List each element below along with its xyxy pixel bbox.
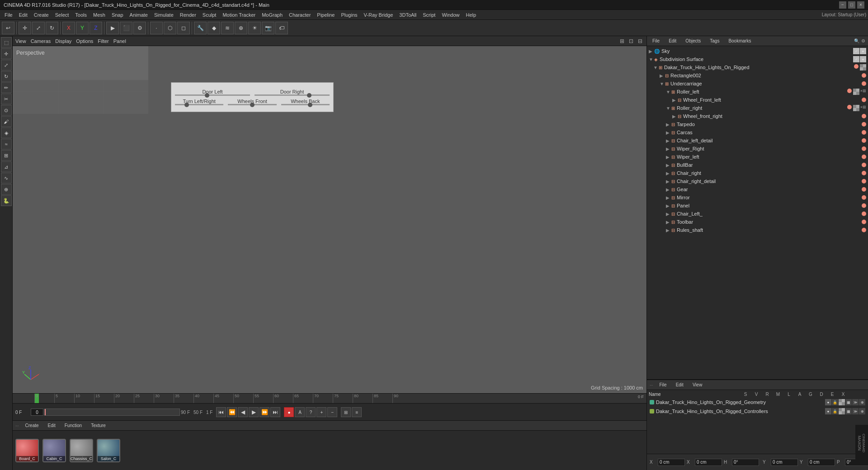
- wheels-front-slider[interactable]: [228, 104, 276, 105]
- obj-bullbar[interactable]: ▶ ⊟ BullBar: [647, 161, 868, 169]
- geo-vis-icon[interactable]: ●: [825, 399, 831, 405]
- sky-vis[interactable]: ✓: [853, 48, 859, 54]
- subdiv-vis[interactable]: ✓: [853, 56, 859, 62]
- material-salon[interactable]: Salon_C: [97, 439, 120, 462]
- obj-bookmarks-menu[interactable]: Bookmarks: [726, 38, 754, 44]
- menu-edit[interactable]: Edit: [16, 11, 30, 19]
- maximize-button[interactable]: □: [848, 1, 855, 9]
- y-axis-button[interactable]: Y: [76, 22, 89, 34]
- vp-display-menu[interactable]: Display: [55, 38, 71, 44]
- polygons-button[interactable]: ◻: [177, 22, 190, 34]
- material-cabin[interactable]: Cabin_C: [42, 439, 66, 462]
- camera-button[interactable]: 📷: [262, 22, 274, 34]
- vp-icon-2[interactable]: ⊡: [627, 38, 635, 45]
- vp-cameras-menu[interactable]: Cameras: [31, 38, 51, 44]
- sky-render[interactable]: ●: [860, 48, 866, 54]
- close-button[interactable]: ×: [857, 1, 864, 9]
- menu-mograph[interactable]: MoGraph: [259, 11, 285, 19]
- menu-3dtoall[interactable]: 3DToAll: [396, 11, 419, 19]
- mat-edit-menu[interactable]: Edit: [45, 422, 58, 429]
- deform-tool[interactable]: ⊿: [1, 161, 12, 172]
- mat-function-menu[interactable]: Function: [62, 422, 85, 429]
- ctrl-lock-icon[interactable]: 🔒: [832, 408, 838, 414]
- menu-motiontracker[interactable]: Motion Tracker: [220, 11, 258, 19]
- help-key-button[interactable]: ?: [306, 407, 316, 417]
- material-tool[interactable]: ◈: [1, 127, 12, 138]
- turn-slider[interactable]: [175, 104, 223, 105]
- x-size-input[interactable]: [695, 459, 722, 466]
- y-pos-input[interactable]: [771, 459, 798, 466]
- minimize-button[interactable]: −: [839, 1, 846, 9]
- vp-icon-1[interactable]: ⊞: [618, 38, 626, 45]
- geo-icon-5[interactable]: ⊕: [859, 399, 865, 405]
- obj-dakar-truck[interactable]: ▼ ⊞ Dakar_Truck_Hino_Lights_On_Rigged: [647, 63, 868, 71]
- auto-key-button[interactable]: A: [295, 407, 305, 417]
- z-axis-button[interactable]: Z: [90, 22, 102, 34]
- play-reverse-button[interactable]: ◀: [238, 407, 248, 417]
- obj-carcas[interactable]: ▶ ⊟ Carcas: [647, 128, 868, 136]
- paint-tool[interactable]: 🖌: [1, 116, 12, 127]
- subdiv-render[interactable]: ●: [860, 56, 866, 62]
- mat-texture-menu[interactable]: Texture: [88, 422, 108, 429]
- play-button[interactable]: ▶: [249, 407, 259, 417]
- attr-view-menu[interactable]: View: [690, 381, 705, 388]
- vp-panel-menu[interactable]: Panel: [113, 38, 126, 44]
- h-rot-input[interactable]: [732, 459, 759, 466]
- material-chassis[interactable]: Chassiss_C: [70, 439, 93, 462]
- obj-roller-left[interactable]: ▼ ⊞ Roller_left ×⊞: [647, 88, 868, 96]
- ctrl-icon-5[interactable]: ⊕: [859, 408, 865, 414]
- next-frame-button[interactable]: ⏩: [259, 407, 269, 417]
- attr-geometry-row[interactable]: Dakar_Truck_Hino_Lights_On_Rigged_Geomet…: [649, 398, 866, 407]
- prev-frame-button[interactable]: ⏪: [227, 407, 237, 417]
- ctrl-icon-3[interactable]: ▦: [845, 408, 852, 414]
- door-left-slider[interactable]: [175, 94, 250, 96]
- obj-chair-right[interactable]: ▶ ⊟ Chair_right: [647, 169, 868, 177]
- frame-input[interactable]: [31, 409, 43, 416]
- obj-roller-right[interactable]: ▼ ⊞ Roller_right ×⊞: [647, 104, 868, 112]
- vp-filter-menu[interactable]: Filter: [98, 38, 108, 44]
- obj-settings-icon[interactable]: ⚙: [861, 38, 865, 43]
- door-right-slider[interactable]: [255, 94, 330, 96]
- geo-lock-icon[interactable]: 🔒: [832, 399, 838, 405]
- obj-wiper-right[interactable]: ▶ ⊟ Wiper_Right: [647, 145, 868, 153]
- edges-button[interactable]: ⬡: [164, 22, 176, 34]
- menu-window[interactable]: Window: [439, 11, 462, 19]
- obj-tags-menu[interactable]: Tags: [707, 38, 722, 44]
- obj-toolbar-item[interactable]: ▶ ⊟ Toolbar: [647, 218, 868, 226]
- obj-wheel-front-right[interactable]: ▶ ⊟ Wheel_front_right: [647, 112, 868, 120]
- obj-search-icon[interactable]: 🔍: [854, 38, 859, 43]
- undo-button[interactable]: ↩: [2, 22, 14, 34]
- menu-vray[interactable]: V-Ray Bridge: [361, 11, 396, 19]
- render-region-button[interactable]: ⬛: [120, 22, 132, 34]
- menu-sculpt[interactable]: Sculpt: [200, 11, 219, 19]
- geo-icon-4[interactable]: ≫: [852, 399, 859, 405]
- rotate-tool[interactable]: ↻: [1, 71, 12, 82]
- render-button[interactable]: ▶: [106, 22, 119, 34]
- geo-icon-3[interactable]: ▦: [845, 399, 852, 405]
- generator-button[interactable]: ⊕: [235, 22, 247, 34]
- snap-button[interactable]: 🔧: [194, 22, 207, 34]
- mat-create-menu[interactable]: Create: [23, 422, 42, 429]
- timeline-settings-button[interactable]: ≡: [352, 407, 362, 417]
- record-button[interactable]: ●: [284, 407, 294, 417]
- render-settings-button[interactable]: ⚙: [133, 22, 146, 34]
- python-tool[interactable]: 🐍: [1, 195, 12, 206]
- menu-help[interactable]: Help: [463, 11, 479, 19]
- menu-render[interactable]: Render: [177, 11, 199, 19]
- move-tool[interactable]: ✛: [1, 48, 12, 59]
- obj-gear[interactable]: ▶ ⊟ Gear: [647, 185, 868, 193]
- obj-edit-menu[interactable]: Edit: [666, 38, 679, 44]
- x-axis-button[interactable]: X: [62, 22, 75, 34]
- rotate-tool-button[interactable]: ↻: [46, 22, 58, 34]
- x-pos-input[interactable]: [658, 459, 685, 466]
- obj-objects-menu[interactable]: Objects: [683, 38, 703, 44]
- scale-tool[interactable]: ⤢: [1, 60, 12, 70]
- motion-button[interactable]: ⊞: [341, 407, 351, 417]
- select-tool[interactable]: ⬚: [1, 37, 12, 48]
- brush-tool[interactable]: ✏: [1, 82, 12, 93]
- attr-file-menu[interactable]: File: [657, 381, 670, 388]
- y-size-input[interactable]: [808, 459, 835, 466]
- magnet-tool[interactable]: ⊙: [1, 105, 12, 116]
- obj-tarpedo[interactable]: ▶ ⊟ Tarpedo: [647, 120, 868, 128]
- menu-select[interactable]: Select: [52, 11, 72, 19]
